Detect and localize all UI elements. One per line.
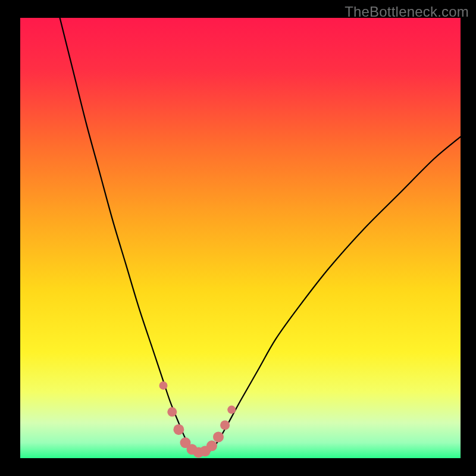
marker-dot — [206, 440, 217, 451]
marker-dot — [227, 406, 236, 414]
bottleneck-chart — [20, 18, 461, 458]
marker-dot — [213, 431, 224, 442]
marker-dot — [220, 421, 230, 430]
marker-dot — [173, 424, 184, 435]
chart-frame: TheBottleneck.com — [0, 0, 476, 476]
marker-dot — [159, 381, 168, 390]
marker-dot — [167, 407, 177, 416]
heat-gradient-background — [20, 18, 461, 458]
